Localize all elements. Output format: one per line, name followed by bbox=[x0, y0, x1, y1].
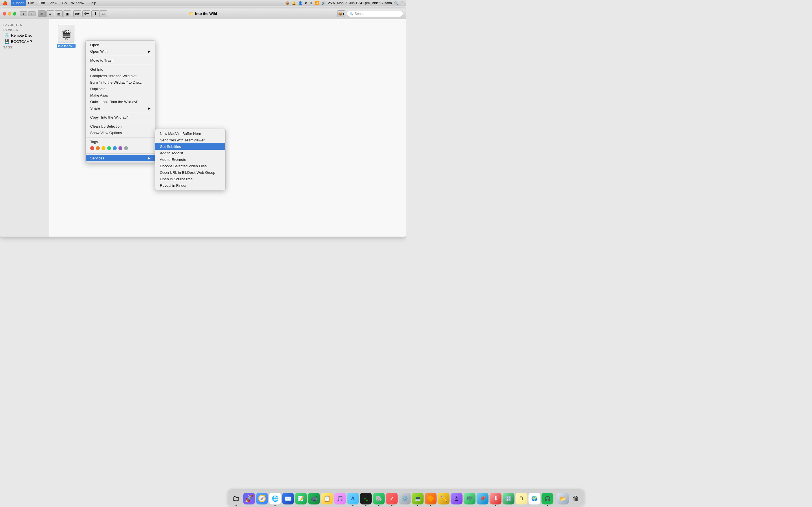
share-button[interactable]: ⬆ bbox=[91, 10, 99, 17]
dropbox-icon[interactable]: 📦 bbox=[285, 1, 290, 5]
menubar-go[interactable]: Go bbox=[59, 0, 69, 6]
gallery-view-button[interactable]: ▣ bbox=[63, 10, 71, 17]
cm-open-with-label: Open With bbox=[90, 49, 107, 54]
folder-icon: 📁 bbox=[189, 11, 193, 16]
file-item-avi[interactable]: 🎬 AV Into the W... bbox=[55, 25, 78, 48]
tag-button[interactable]: 🏷 bbox=[99, 10, 107, 17]
search-icon[interactable]: 🔍 bbox=[394, 1, 398, 5]
sm-add-todoist[interactable]: Add to Todoist bbox=[155, 150, 225, 156]
tag-red[interactable] bbox=[90, 146, 94, 150]
sm-get-subtitles[interactable]: Get Subtitles bbox=[155, 144, 225, 150]
cm-move-trash[interactable]: Move to Trash bbox=[86, 57, 155, 64]
cm-copy[interactable]: Copy "Into the Wild.avi" bbox=[86, 114, 155, 121]
titlebar: ‹ › ⊞ ≡ ▦ ▣ ⊞▾ ⚙▾ ⬆ 🏷 📁 Into the Wild 📦▾… bbox=[0, 8, 406, 19]
cm-make-alias-label: Make Alias bbox=[90, 93, 108, 98]
sm-reveal-finder-label: Reveal in Finder bbox=[160, 183, 187, 187]
sm-open-sourcetree[interactable]: Open in SourceTree bbox=[155, 176, 225, 182]
cm-make-alias[interactable]: Make Alias bbox=[86, 92, 155, 99]
tag-orange[interactable] bbox=[96, 146, 100, 150]
menubar-window[interactable]: Window bbox=[69, 0, 87, 6]
cm-separator-6 bbox=[86, 154, 155, 154]
menubar-finder[interactable]: Finder bbox=[11, 0, 26, 6]
sm-add-evernote[interactable]: Add to Evernote bbox=[155, 156, 225, 163]
file-icon-container: 🎬 AV bbox=[57, 25, 75, 43]
tag-green[interactable] bbox=[107, 146, 111, 150]
cm-copy-label: Copy "Into the Wild.avi" bbox=[90, 115, 129, 119]
tag-gray[interactable] bbox=[124, 146, 128, 150]
cm-clean-up[interactable]: Clean Up Selection bbox=[86, 123, 155, 129]
remoteDisc-label: Remote Disc bbox=[11, 33, 32, 38]
file-type-label: AV bbox=[64, 38, 68, 41]
sm-reveal-finder[interactable]: Reveal in Finder bbox=[155, 182, 225, 189]
cm-show-view[interactable]: Show View Options bbox=[86, 129, 155, 136]
file-area: 🎬 AV Into the W... Open Open With ▶ Move… bbox=[49, 19, 406, 237]
menubar-view[interactable]: View bbox=[47, 0, 59, 6]
tag-yellow[interactable] bbox=[101, 146, 105, 150]
minimize-button[interactable] bbox=[8, 12, 11, 15]
timemachine-icon[interactable]: ↺ bbox=[305, 1, 308, 5]
cm-tags[interactable]: Tags… bbox=[86, 138, 155, 145]
favorites-label: Favorites bbox=[0, 22, 49, 27]
file-name-label: Into the W... bbox=[57, 44, 76, 48]
cm-get-info[interactable]: Get Info bbox=[86, 66, 155, 73]
cm-duplicate[interactable]: Duplicate bbox=[86, 86, 155, 92]
search-placeholder: Search bbox=[355, 12, 365, 16]
cm-separator-5 bbox=[86, 137, 155, 137]
cm-open-with[interactable]: Open With ▶ bbox=[86, 48, 155, 55]
sm-add-evernote-label: Add to Evernote bbox=[160, 158, 186, 162]
icon-view-button[interactable]: ⊞ bbox=[38, 10, 46, 17]
bootcamp-icon: 💾 bbox=[4, 39, 9, 44]
maximize-button[interactable] bbox=[13, 12, 16, 15]
sidebar-item-remoteDisc[interactable]: 💿 Remote Disc bbox=[1, 32, 48, 38]
finder-body: Favorites Devices 💿 Remote Disc 💾 BOOTCA… bbox=[0, 19, 406, 237]
remoteDisc-icon: 💿 bbox=[4, 33, 9, 38]
sm-send-teamviewer-label: Send files with TeamViewer bbox=[160, 138, 205, 142]
arrange-button[interactable]: ⊞▾ bbox=[73, 10, 81, 17]
cm-show-view-label: Show View Options bbox=[90, 131, 122, 135]
cm-separator-4 bbox=[86, 122, 155, 122]
sm-open-bibdesk[interactable]: Open URL in BibDesk Web Group bbox=[155, 169, 225, 176]
volume-icon[interactable]: 🔊 bbox=[321, 1, 326, 5]
action-button[interactable]: ⚙▾ bbox=[82, 10, 90, 17]
menubar-file[interactable]: File bbox=[26, 0, 36, 6]
column-view-button[interactable]: ▦ bbox=[55, 10, 63, 17]
cm-burn[interactable]: Burn "Into the Wild.avi" to Disc… bbox=[86, 79, 155, 86]
bootcamp-label: BOOTCAMP bbox=[11, 40, 32, 44]
sidebar-item-bootcamp[interactable]: 💾 BOOTCAMP bbox=[1, 38, 48, 45]
context-menu: Open Open With ▶ Move to Trash Get Info … bbox=[86, 40, 155, 163]
search-bar[interactable]: 🔍 Search bbox=[347, 11, 403, 17]
apple-menu[interactable]: 🍎 bbox=[2, 1, 8, 6]
cm-open[interactable]: Open bbox=[86, 42, 155, 48]
cm-share[interactable]: Share ▶ bbox=[86, 105, 155, 112]
cm-separator-2 bbox=[86, 65, 155, 65]
menubar-edit[interactable]: Edit bbox=[36, 0, 47, 6]
cm-clean-up-label: Clean Up Selection bbox=[90, 124, 121, 128]
sm-encode-video-label: Encode Selected Video Files bbox=[160, 164, 207, 168]
back-button[interactable]: ‹ bbox=[20, 11, 27, 16]
sm-send-teamviewer[interactable]: Send files with TeamViewer bbox=[155, 137, 225, 144]
list-view-button[interactable]: ≡ bbox=[46, 10, 54, 17]
forward-button[interactable]: › bbox=[28, 11, 36, 16]
menubar-help[interactable]: Help bbox=[87, 0, 99, 6]
cm-compress[interactable]: Compress "Into the Wild.avi" bbox=[86, 73, 155, 79]
cm-share-arrow: ▶ bbox=[148, 107, 151, 110]
cm-quick-look[interactable]: Quick Look "Into the Wild.avi" bbox=[86, 99, 155, 105]
view-buttons: ⊞ ≡ ▦ ▣ bbox=[38, 10, 71, 17]
tag-blue[interactable] bbox=[113, 146, 117, 150]
sm-encode-video[interactable]: Encode Selected Video Files bbox=[155, 163, 225, 169]
dropbox-button[interactable]: 📦▾ bbox=[337, 10, 345, 17]
sm-new-macvim[interactable]: New MacVim Buffer Here bbox=[155, 130, 225, 137]
bluetooth-icon[interactable]: ✳ bbox=[310, 1, 313, 5]
user-icon[interactable]: 👤 bbox=[298, 1, 303, 5]
wifi-icon[interactable]: 📶 bbox=[315, 1, 319, 5]
notification-center-icon[interactable]: ☰ bbox=[401, 1, 404, 5]
tag-purple[interactable] bbox=[118, 146, 122, 150]
sm-get-subtitles-label: Get Subtitles bbox=[160, 145, 181, 149]
search-icon-small: 🔍 bbox=[349, 12, 354, 16]
menubar: 🍎 Finder File Edit View Go Window Help 📦… bbox=[0, 0, 406, 6]
cm-quick-look-label: Quick Look "Into the Wild.avi" bbox=[90, 100, 138, 104]
close-button[interactable] bbox=[3, 12, 6, 15]
notification-icon[interactable]: 🔔 bbox=[292, 1, 296, 5]
cm-open-label: Open bbox=[90, 43, 99, 47]
cm-services[interactable]: Services ▶ bbox=[86, 155, 155, 161]
